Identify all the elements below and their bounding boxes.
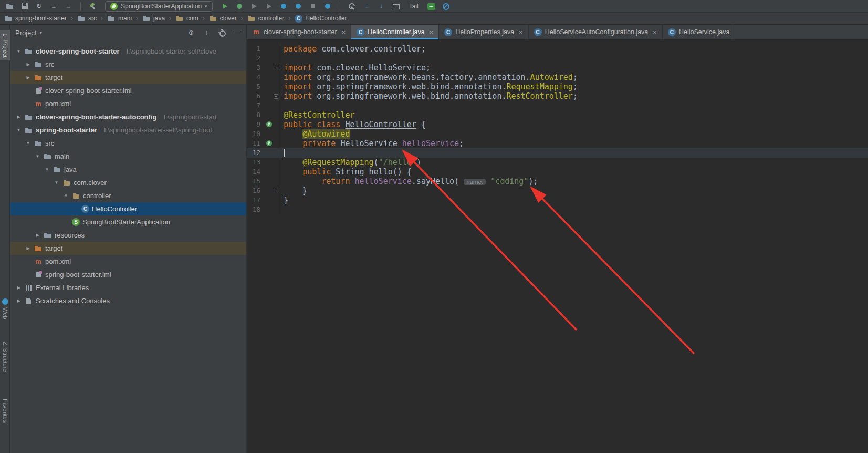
navigate-back-button[interactable]: ←	[47, 1, 60, 12]
tree-item[interactable]: mpom.xml	[10, 97, 246, 110]
code-line[interactable]: 14 public String hello() {	[247, 167, 868, 177]
tree-item[interactable]: ▶clover-spring-boot-starter-autoconfigI:…	[10, 110, 246, 123]
code-line[interactable]: 16− }	[247, 186, 868, 195]
close-tab-icon[interactable]: ×	[430, 28, 434, 36]
stop-button[interactable]	[307, 1, 320, 12]
code-line[interactable]: 2	[247, 54, 868, 63]
code-line[interactable]: 5import org.springframework.web.bind.ann…	[247, 82, 868, 91]
tree-item[interactable]: ▶target	[10, 242, 246, 255]
tree-collapse-arrow-icon[interactable]: ▼	[25, 141, 32, 146]
tree-item[interactable]: ▼src	[10, 137, 246, 150]
breadcrumb-item[interactable]: CHelloController	[295, 15, 347, 23]
tree-expand-arrow-icon[interactable]: ▶	[25, 75, 32, 80]
code-area[interactable]: 1package com.clover.controller;23−import…	[247, 39, 868, 453]
code-line[interactable]: 12	[247, 148, 868, 158]
debug-button[interactable]	[233, 1, 246, 12]
commit-changes-button[interactable]: ↓	[375, 1, 388, 12]
tool-stripe-favorites[interactable]: Favorites	[0, 396, 10, 426]
profile-run-button[interactable]	[263, 1, 276, 12]
activity-monitor-button[interactable]	[425, 1, 438, 12]
run-button[interactable]	[218, 1, 232, 12]
breadcrumb-item[interactable]: src	[77, 14, 97, 23]
fold-marker-icon[interactable]: −	[265, 91, 280, 101]
code-line[interactable]: 15 return helloService.sayHello( name: "…	[247, 177, 868, 186]
tree-item[interactable]: ▼controller	[10, 189, 246, 202]
code-line[interactable]: 18	[247, 205, 868, 214]
breadcrumb-item[interactable]: java	[142, 14, 165, 23]
collapse-button[interactable]: ↕	[202, 28, 211, 37]
code-line[interactable]: 4import org.springframework.beans.factor…	[247, 73, 868, 82]
tree-item[interactable]: ▼spring-boot-starterI:\springboot-starte…	[10, 123, 246, 137]
breadcrumb-item[interactable]: spring-boot-starter	[4, 14, 67, 23]
code-line[interactable]: 1package com.clover.controller;	[247, 44, 868, 54]
project-view-selector[interactable]: Project ▾	[15, 29, 42, 37]
spring-bean-icon[interactable]	[265, 120, 280, 129]
tree-collapse-arrow-icon[interactable]: ▼	[15, 49, 22, 54]
fold-marker-icon[interactable]: −	[265, 186, 280, 195]
breadcrumb-item[interactable]: main	[107, 14, 132, 23]
tree-expand-arrow-icon[interactable]: ▶	[34, 233, 41, 238]
tree-item[interactable]: SSpringBootStarterApplication	[10, 215, 246, 229]
editor-tab[interactable]: CHelloController.java×	[351, 25, 439, 39]
code-line[interactable]: 10 @Autowired	[247, 129, 868, 139]
code-line[interactable]: 17}	[247, 195, 868, 205]
tree-expand-arrow-icon[interactable]: ▶	[15, 285, 22, 290]
tree-expand-arrow-icon[interactable]: ▶	[15, 115, 22, 119]
gear-button[interactable]	[217, 28, 226, 37]
navigate-forward-button[interactable]: →	[62, 1, 75, 12]
tool-stripe-z-structure[interactable]: Z: Structure	[0, 338, 10, 375]
breadcrumb-item[interactable]: controller	[247, 14, 284, 23]
editor-tab[interactable]: CHelloService.java	[663, 25, 736, 39]
tree-item[interactable]: ▼com.clover	[10, 176, 246, 189]
breadcrumb-item[interactable]: com	[175, 14, 198, 23]
code-line[interactable]: 6−import org.springframework.web.bind.an…	[247, 91, 868, 101]
synchronize-button[interactable]: ↻	[33, 1, 46, 12]
tool-stripe-web[interactable]: Web	[0, 295, 10, 322]
close-tab-icon[interactable]: ×	[342, 28, 346, 36]
tree-expand-arrow-icon[interactable]: ▶	[25, 62, 32, 67]
tree-item[interactable]: spring-boot-starter.iml	[10, 268, 246, 281]
fold-marker-icon[interactable]: −	[265, 63, 280, 73]
build-project-button[interactable]	[86, 1, 99, 12]
tree-collapse-arrow-icon[interactable]: ▼	[44, 167, 50, 172]
tree-item[interactable]: CHelloController	[10, 202, 246, 215]
editor-tab[interactable]: mclover-spring-boot-starter×	[247, 25, 351, 39]
tree-collapse-arrow-icon[interactable]: ▼	[62, 193, 69, 198]
run-configuration-select[interactable]: SpringBootStarterApplication▾	[105, 1, 213, 12]
run-profiler-button[interactable]	[277, 1, 290, 12]
tree-item[interactable]: ▼main	[10, 150, 246, 163]
tree-expand-arrow-icon[interactable]: ▶	[25, 246, 32, 251]
tree-item[interactable]: ▼java	[10, 163, 246, 176]
code-line[interactable]: 13 @RequestMapping("/hello")	[247, 158, 868, 167]
code-line[interactable]: 9public class HelloController {	[247, 120, 868, 129]
tree-item[interactable]: mpom.xml	[10, 255, 246, 268]
code-line[interactable]: 3−import com.clover.HelloService;	[247, 63, 868, 73]
tree-collapse-arrow-icon[interactable]: ▼	[15, 128, 22, 132]
tree-expand-arrow-icon[interactable]: ▶	[15, 298, 22, 303]
run-with-coverage-button[interactable]	[248, 1, 261, 12]
tree-collapse-arrow-icon[interactable]: ▼	[53, 180, 60, 185]
tree-item[interactable]: ▼clover-spring-boot-starterI:\springboot…	[10, 45, 246, 58]
attach-profiler-button[interactable]	[292, 1, 305, 12]
editor-tab[interactable]: CHelloServiceAutoConfiguration.java×	[529, 25, 663, 39]
tree-item[interactable]: ▶Scratches and Consoles	[10, 294, 246, 307]
spring-bean-icon[interactable]	[265, 139, 280, 148]
tool-stripe-project[interactable]: 1: Project	[0, 30, 10, 60]
close-tab-icon[interactable]: ×	[653, 28, 657, 36]
locate-button[interactable]: ⊕	[187, 28, 195, 37]
power-save-mode-button[interactable]	[440, 1, 453, 12]
restore-layout-button[interactable]	[390, 1, 403, 12]
tree-collapse-arrow-icon[interactable]: ▼	[34, 154, 41, 159]
close-tab-icon[interactable]: ×	[519, 28, 523, 36]
tree-item[interactable]: ▶src	[10, 58, 246, 71]
breadcrumb-item[interactable]: clover	[209, 14, 237, 23]
settings-wrench-button[interactable]	[346, 1, 359, 12]
editor-tab[interactable]: CHelloProperties.java×	[439, 25, 528, 39]
tree-item[interactable]: ▶target	[10, 71, 246, 84]
profiler-options-button[interactable]	[321, 1, 334, 12]
minus-button[interactable]: —	[233, 28, 241, 37]
open-project-button[interactable]	[3, 1, 16, 12]
code-line[interactable]: 11 private HelloService helloService;	[247, 139, 868, 148]
save-all-button[interactable]	[18, 1, 31, 12]
tree-item[interactable]: clover-spring-boot-starter.iml	[10, 84, 246, 97]
